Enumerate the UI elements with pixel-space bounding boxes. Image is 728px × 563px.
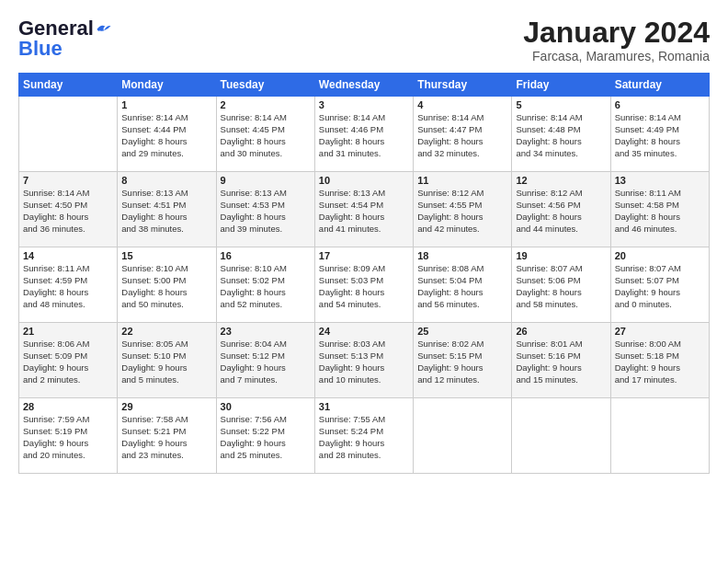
weekday-header-saturday: Saturday bbox=[610, 74, 709, 97]
day-number: 29 bbox=[121, 401, 211, 412]
cell-details: Sunrise: 8:13 AMSunset: 4:53 PMDaylight:… bbox=[221, 188, 311, 235]
cell-details: Sunrise: 8:05 AMSunset: 5:10 PMDaylight:… bbox=[121, 339, 211, 385]
day-number: 5 bbox=[516, 99, 606, 110]
calendar-cell: 16Sunrise: 8:10 AMSunset: 5:02 PMDayligh… bbox=[216, 247, 314, 323]
cell-details: Sunrise: 8:06 AMSunset: 5:09 PMDaylight:… bbox=[23, 339, 113, 385]
calendar-cell: 19Sunrise: 8:07 AMSunset: 5:06 PMDayligh… bbox=[512, 247, 610, 323]
day-number: 7 bbox=[23, 175, 113, 186]
day-number: 17 bbox=[319, 250, 409, 261]
calendar-cell: 29Sunrise: 7:58 AMSunset: 5:21 PMDayligh… bbox=[118, 398, 216, 474]
day-number: 9 bbox=[221, 175, 311, 186]
calendar-cell: 26Sunrise: 8:01 AMSunset: 5:16 PMDayligh… bbox=[512, 323, 610, 398]
day-number: 8 bbox=[121, 175, 211, 186]
cell-details: Sunrise: 8:11 AMSunset: 4:58 PMDaylight:… bbox=[615, 188, 705, 235]
day-number: 16 bbox=[221, 250, 311, 261]
cell-details: Sunrise: 8:12 AMSunset: 4:56 PMDaylight:… bbox=[516, 188, 606, 235]
calendar-cell: 20Sunrise: 8:07 AMSunset: 5:07 PMDayligh… bbox=[610, 247, 709, 323]
day-number: 13 bbox=[615, 175, 705, 186]
cell-details: Sunrise: 8:11 AMSunset: 4:59 PMDaylight:… bbox=[23, 263, 113, 310]
calendar-cell: 31Sunrise: 7:55 AMSunset: 5:24 PMDayligh… bbox=[314, 398, 413, 474]
day-number: 30 bbox=[221, 401, 311, 412]
calendar-page: General Blue January 2024 Farcasa, Maram… bbox=[0, 0, 728, 563]
cell-details: Sunrise: 8:14 AMSunset: 4:49 PMDaylight:… bbox=[615, 112, 705, 159]
day-number: 10 bbox=[319, 175, 409, 186]
day-number: 14 bbox=[23, 250, 113, 261]
calendar-cell: 12Sunrise: 8:12 AMSunset: 4:56 PMDayligh… bbox=[512, 172, 610, 247]
calendar-cell: 14Sunrise: 8:11 AMSunset: 4:59 PMDayligh… bbox=[19, 247, 118, 323]
calendar-table: SundayMondayTuesdayWednesdayThursdayFrid… bbox=[18, 73, 710, 474]
cell-details: Sunrise: 8:13 AMSunset: 4:51 PMDaylight:… bbox=[121, 188, 211, 235]
calendar-cell: 18Sunrise: 8:08 AMSunset: 5:04 PMDayligh… bbox=[414, 247, 512, 323]
cell-details: Sunrise: 8:12 AMSunset: 4:55 PMDaylight:… bbox=[417, 188, 507, 235]
calendar-cell: 13Sunrise: 8:11 AMSunset: 4:58 PMDayligh… bbox=[610, 172, 709, 247]
calendar-cell: 3Sunrise: 8:14 AMSunset: 4:46 PMDaylight… bbox=[314, 97, 413, 172]
calendar-week-row: 1Sunrise: 8:14 AMSunset: 4:44 PMDaylight… bbox=[19, 97, 710, 172]
cell-details: Sunrise: 7:59 AMSunset: 5:19 PMDaylight:… bbox=[23, 414, 113, 461]
cell-details: Sunrise: 8:14 AMSunset: 4:47 PMDaylight:… bbox=[417, 112, 507, 159]
day-number: 3 bbox=[319, 99, 409, 110]
calendar-cell: 11Sunrise: 8:12 AMSunset: 4:55 PMDayligh… bbox=[414, 172, 512, 247]
calendar-cell: 23Sunrise: 8:04 AMSunset: 5:12 PMDayligh… bbox=[216, 323, 314, 398]
day-number: 25 bbox=[417, 326, 507, 337]
day-number: 24 bbox=[319, 326, 409, 337]
cell-details: Sunrise: 8:02 AMSunset: 5:15 PMDaylight:… bbox=[417, 339, 507, 385]
calendar-cell: 27Sunrise: 8:00 AMSunset: 5:18 PMDayligh… bbox=[610, 323, 709, 398]
day-number: 2 bbox=[221, 99, 311, 110]
cell-details: Sunrise: 8:14 AMSunset: 4:46 PMDaylight:… bbox=[319, 112, 409, 159]
cell-details: Sunrise: 8:03 AMSunset: 5:13 PMDaylight:… bbox=[319, 339, 409, 385]
calendar-cell bbox=[414, 398, 512, 474]
calendar-cell: 2Sunrise: 8:14 AMSunset: 4:45 PMDaylight… bbox=[216, 97, 314, 172]
day-number: 27 bbox=[615, 326, 705, 337]
cell-details: Sunrise: 8:14 AMSunset: 4:48 PMDaylight:… bbox=[516, 112, 606, 159]
cell-details: Sunrise: 7:55 AMSunset: 5:24 PMDaylight:… bbox=[319, 414, 409, 461]
weekday-header-sunday: Sunday bbox=[19, 74, 118, 97]
day-number: 6 bbox=[615, 99, 705, 110]
day-number: 1 bbox=[121, 99, 211, 110]
weekday-header-friday: Friday bbox=[512, 74, 610, 97]
calendar-cell: 17Sunrise: 8:09 AMSunset: 5:03 PMDayligh… bbox=[314, 247, 413, 323]
month-title: January 2024 bbox=[523, 17, 710, 49]
cell-details: Sunrise: 8:01 AMSunset: 5:16 PMDaylight:… bbox=[516, 339, 606, 385]
calendar-cell: 25Sunrise: 8:02 AMSunset: 5:15 PMDayligh… bbox=[414, 323, 512, 398]
day-number: 31 bbox=[319, 401, 409, 412]
calendar-cell: 10Sunrise: 8:13 AMSunset: 4:54 PMDayligh… bbox=[314, 172, 413, 247]
day-number: 21 bbox=[23, 326, 113, 337]
calendar-week-row: 7Sunrise: 8:14 AMSunset: 4:50 PMDaylight… bbox=[19, 172, 710, 247]
header: General Blue January 2024 Farcasa, Maram… bbox=[18, 17, 710, 63]
day-number: 28 bbox=[23, 401, 113, 412]
cell-details: Sunrise: 8:00 AMSunset: 5:18 PMDaylight:… bbox=[615, 339, 705, 385]
calendar-cell: 8Sunrise: 8:13 AMSunset: 4:51 PMDaylight… bbox=[118, 172, 216, 247]
calendar-cell: 21Sunrise: 8:06 AMSunset: 5:09 PMDayligh… bbox=[19, 323, 118, 398]
cell-details: Sunrise: 8:08 AMSunset: 5:04 PMDaylight:… bbox=[417, 263, 507, 310]
calendar-cell: 28Sunrise: 7:59 AMSunset: 5:19 PMDayligh… bbox=[19, 398, 118, 474]
calendar-cell: 5Sunrise: 8:14 AMSunset: 4:48 PMDaylight… bbox=[512, 97, 610, 172]
calendar-cell: 6Sunrise: 8:14 AMSunset: 4:49 PMDaylight… bbox=[610, 97, 709, 172]
cell-details: Sunrise: 8:07 AMSunset: 5:07 PMDaylight:… bbox=[615, 263, 705, 310]
logo-blue: Blue bbox=[18, 37, 63, 61]
calendar-cell: 22Sunrise: 8:05 AMSunset: 5:10 PMDayligh… bbox=[118, 323, 216, 398]
title-block: January 2024 Farcasa, Maramures, Romania bbox=[523, 17, 710, 63]
weekday-header-wednesday: Wednesday bbox=[314, 74, 413, 97]
calendar-cell: 1Sunrise: 8:14 AMSunset: 4:44 PMDaylight… bbox=[118, 97, 216, 172]
cell-details: Sunrise: 8:14 AMSunset: 4:44 PMDaylight:… bbox=[121, 112, 211, 159]
cell-details: Sunrise: 8:14 AMSunset: 4:50 PMDaylight:… bbox=[23, 188, 113, 235]
calendar-cell: 4Sunrise: 8:14 AMSunset: 4:47 PMDaylight… bbox=[414, 97, 512, 172]
day-number: 4 bbox=[417, 99, 507, 110]
cell-details: Sunrise: 8:10 AMSunset: 5:00 PMDaylight:… bbox=[121, 263, 211, 310]
calendar-cell: 30Sunrise: 7:56 AMSunset: 5:22 PMDayligh… bbox=[216, 398, 314, 474]
calendar-week-row: 21Sunrise: 8:06 AMSunset: 5:09 PMDayligh… bbox=[19, 323, 710, 398]
calendar-cell: 15Sunrise: 8:10 AMSunset: 5:00 PMDayligh… bbox=[118, 247, 216, 323]
day-number: 23 bbox=[221, 326, 311, 337]
cell-details: Sunrise: 7:58 AMSunset: 5:21 PMDaylight:… bbox=[121, 414, 211, 461]
calendar-cell: 9Sunrise: 8:13 AMSunset: 4:53 PMDaylight… bbox=[216, 172, 314, 247]
cell-details: Sunrise: 8:13 AMSunset: 4:54 PMDaylight:… bbox=[319, 188, 409, 235]
calendar-cell bbox=[512, 398, 610, 474]
weekday-header-tuesday: Tuesday bbox=[216, 74, 314, 97]
day-number: 22 bbox=[121, 326, 211, 337]
day-number: 26 bbox=[516, 326, 606, 337]
calendar-cell bbox=[19, 97, 118, 172]
calendar-week-row: 14Sunrise: 8:11 AMSunset: 4:59 PMDayligh… bbox=[19, 247, 710, 323]
cell-details: Sunrise: 7:56 AMSunset: 5:22 PMDaylight:… bbox=[221, 414, 311, 461]
calendar-cell: 7Sunrise: 8:14 AMSunset: 4:50 PMDaylight… bbox=[19, 172, 118, 247]
day-number: 15 bbox=[121, 250, 211, 261]
